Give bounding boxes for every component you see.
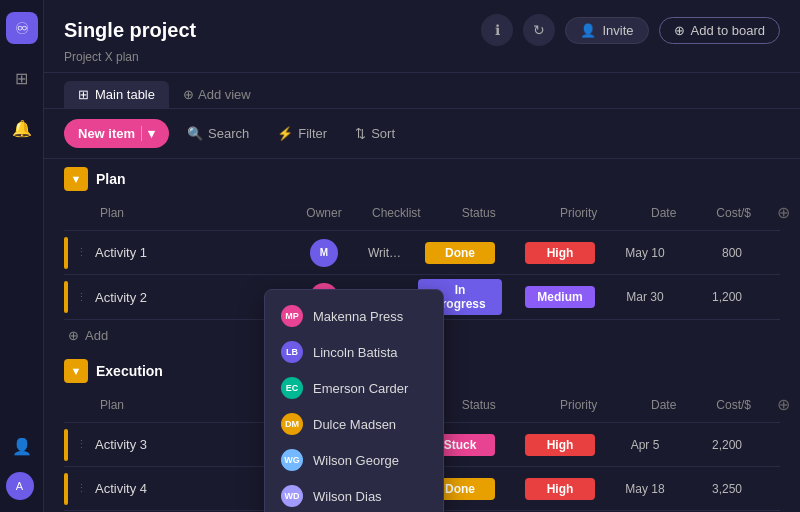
- add-row-label: Add: [85, 328, 108, 343]
- user-avatar[interactable]: A: [6, 472, 34, 500]
- row-color-bar: [64, 281, 68, 313]
- group-execution-name: Execution: [96, 363, 163, 379]
- dropdown-item-name: Dulce Madsen: [313, 417, 396, 432]
- activity-1-name: Activity 1: [95, 245, 147, 260]
- activity-1-priority: High: [510, 238, 610, 268]
- activity-3-cost: 2,200: [680, 434, 750, 456]
- tab-main-table-label: Main table: [95, 87, 155, 102]
- add-board-label: Add to board: [691, 23, 765, 38]
- activity-1-add: [750, 249, 780, 257]
- dropdown-item-name: Wilson Dias: [313, 489, 382, 504]
- invite-label: Invite: [602, 23, 633, 38]
- dropdown-item-name: Makenna Press: [313, 309, 403, 324]
- activity-2-name: Activity 2: [95, 290, 147, 305]
- col-date-ex: Date: [629, 394, 699, 416]
- col-status: Status: [429, 202, 529, 224]
- dropdown-item[interactable]: MP Makenna Press: [265, 298, 443, 334]
- new-item-dropdown-arrow[interactable]: ▾: [141, 126, 155, 141]
- activity-4-date: May 18: [610, 478, 680, 500]
- table-icon: ⊞: [78, 87, 89, 102]
- search-button[interactable]: 🔍 Search: [177, 120, 259, 147]
- info-button[interactable]: ℹ: [481, 14, 513, 46]
- col-owner: Owner: [284, 202, 364, 224]
- row-plan-cell: ⋮ Activity 2: [64, 277, 284, 317]
- group-execution-toggle[interactable]: ▼: [64, 359, 88, 383]
- dropdown-item[interactable]: EC Emerson Carder: [265, 370, 443, 406]
- add-column-ex-btn[interactable]: ⊕: [769, 391, 799, 418]
- sort-icon: ⇅: [355, 126, 366, 141]
- dropdown-avatar: LB: [281, 341, 303, 363]
- filter-button[interactable]: ⚡ Filter: [267, 120, 337, 147]
- add-board-button[interactable]: ⊕ Add to board: [659, 17, 780, 44]
- row-drag-handle[interactable]: ⋮: [74, 291, 89, 304]
- grid-icon[interactable]: ⊞: [6, 62, 38, 94]
- table-area: ▼ Plan Plan Owner Checklist Status Prior…: [44, 159, 800, 512]
- dropdown-avatar: EC: [281, 377, 303, 399]
- add-column-btn[interactable]: ⊕: [769, 199, 799, 226]
- activity-1-checklist: Write newsletter Design...: [364, 246, 410, 260]
- dropdown-item[interactable]: DM Dulce Madsen: [265, 406, 443, 442]
- header-actions: ℹ ↻ 👤 Invite ⊕ Add to board: [481, 14, 780, 46]
- group-plan-toggle[interactable]: ▼: [64, 167, 88, 191]
- tab-main-table[interactable]: ⊞ Main table: [64, 81, 169, 108]
- column-headers: Plan Owner Checklist Status Priority Dat…: [64, 195, 780, 231]
- new-item-label: New item: [78, 126, 135, 141]
- row-color-bar: [64, 237, 68, 269]
- dropdown-avatar: WD: [281, 485, 303, 507]
- dropdown-item[interactable]: LB Lincoln Batista: [265, 334, 443, 370]
- dropdown-item[interactable]: WD Wilson Dias: [265, 478, 443, 512]
- row-drag-handle[interactable]: ⋮: [74, 438, 89, 451]
- activity-1-status: Done: [410, 238, 510, 268]
- status-badge: Done: [425, 242, 495, 264]
- priority-badge: High: [525, 242, 595, 264]
- add-view-label: Add view: [198, 87, 251, 102]
- activity-4-priority: High: [510, 474, 610, 504]
- col-cost-ex: Cost/$: [699, 394, 769, 416]
- dropdown-avatar: WG: [281, 449, 303, 471]
- search-icon: 🔍: [187, 126, 203, 141]
- logo-icon[interactable]: ♾: [6, 12, 38, 44]
- sort-button[interactable]: ⇅ Sort: [345, 120, 405, 147]
- activity-1-cost: 800: [680, 242, 750, 264]
- bell-icon[interactable]: 🔔: [6, 112, 38, 144]
- activity-3-date: Apr 5: [610, 434, 680, 456]
- row-drag-handle[interactable]: ⋮: [74, 482, 89, 495]
- group-plan-header: ▼ Plan: [64, 159, 780, 195]
- activity-4-add: [750, 485, 780, 493]
- project-title: Single project: [64, 19, 196, 42]
- activity-3-name: Activity 3: [95, 437, 147, 452]
- priority-badge: High: [525, 434, 595, 456]
- row-drag-handle[interactable]: ⋮: [74, 246, 89, 259]
- col-plan: Plan: [64, 202, 284, 224]
- row-color-bar: [64, 473, 68, 505]
- col-date: Date: [629, 202, 699, 224]
- dropdown-item-name: Wilson George: [313, 453, 399, 468]
- activity-4-cost: 3,250: [680, 478, 750, 500]
- group-plan-name: Plan: [96, 171, 126, 187]
- row-plan-cell: ⋮ Activity 3: [64, 425, 284, 465]
- activity-2-add: [750, 293, 780, 301]
- dropdown-item-name: Lincoln Batista: [313, 345, 398, 360]
- filter-icon: ⚡: [277, 126, 293, 141]
- plus-icon: ⊕: [674, 23, 685, 38]
- dropdown-item[interactable]: WG Wilson George: [265, 442, 443, 478]
- header: Single project ℹ ↻ 👤 Invite ⊕ Add to boa…: [44, 0, 800, 73]
- toolbar: New item ▾ 🔍 Search ⚡ Filter ⇅ Sort: [44, 109, 800, 159]
- sort-label: Sort: [371, 126, 395, 141]
- activity-3-priority: High: [510, 430, 610, 460]
- owner-avatar: M: [310, 239, 338, 267]
- invite-button[interactable]: 👤 Invite: [565, 17, 648, 44]
- new-item-button[interactable]: New item ▾: [64, 119, 169, 148]
- add-row-icon: ⊕: [68, 328, 79, 343]
- activity-1-date: May 10: [610, 242, 680, 264]
- tab-add-view[interactable]: ⊕ Add view: [173, 81, 261, 108]
- project-subtitle: Project X plan: [64, 50, 780, 64]
- table-row: ⋮ Activity 1 M Write newsletter Design..…: [64, 231, 780, 275]
- activity-3-add: [750, 441, 780, 449]
- people-icon[interactable]: 👤: [6, 430, 38, 462]
- dropdown-item-name: Emerson Carder: [313, 381, 408, 396]
- refresh-button[interactable]: ↻: [523, 14, 555, 46]
- activity-1-owner: M: [284, 235, 364, 271]
- filter-label: Filter: [298, 126, 327, 141]
- owner-dropdown: MP Makenna Press LB Lincoln Batista EC E…: [264, 289, 444, 512]
